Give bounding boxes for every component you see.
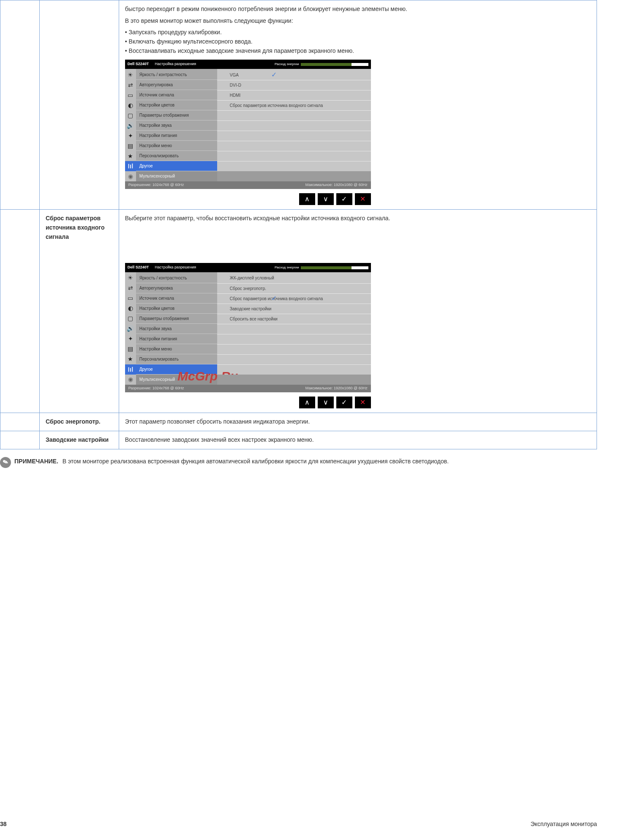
cell-icon (0, 210, 40, 413)
osd-cat-item[interactable]: Персонализировать (136, 354, 217, 364)
energy-icon[interactable]: ✦ (125, 334, 136, 344)
osd-cat-item[interactable]: Мультисенсорный (136, 171, 217, 181)
osd-value-item[interactable]: Сбросить все настройки (217, 314, 371, 324)
osd-cat-item[interactable]: Настройки меню (136, 344, 217, 354)
cell-label: Сброс энергопотр. (39, 413, 119, 431)
osd-cat-item[interactable]: Другое (136, 364, 217, 375)
touch-icon[interactable]: ◉ (125, 375, 136, 385)
feature-table: быстро переходит в режим пониженного пот… (0, 0, 597, 449)
osd-cat-item[interactable]: Настройки звука (136, 324, 217, 334)
nav-up-button[interactable]: ∧ (299, 397, 315, 408)
osd-cat-item[interactable]: Источник сигнала (136, 293, 217, 304)
cell-desc: быстро переходит в режим пониженного пот… (119, 0, 597, 210)
osd-value-item[interactable]: HDMI (217, 90, 371, 100)
note-block: ПРИМЕЧАНИЕ. В этом мониторе реализована … (0, 457, 607, 468)
personalize-icon[interactable]: ★ (125, 151, 136, 161)
energy-label: Расход энергии (275, 265, 299, 270)
osd-category-col: Яркость / контрастность Авторегулировка … (136, 272, 217, 385)
display-icon[interactable]: ▢ (125, 314, 136, 324)
nav-up-button[interactable]: ∧ (299, 193, 315, 205)
osd-value-item (217, 110, 371, 120)
menu-settings-icon[interactable]: ▤ (125, 141, 136, 151)
cell-label: Заводские настройки (39, 431, 119, 449)
osd-value-item (217, 171, 371, 181)
osd-cat-item[interactable]: Настройки меню (136, 141, 217, 151)
brightness-icon[interactable]: ☀ (125, 70, 136, 80)
osd-value-item[interactable]: DVI-D (217, 80, 371, 90)
osd-cat-item[interactable]: Другое (136, 161, 217, 171)
nav-down-button[interactable]: ∨ (318, 193, 334, 205)
osd-cat-item[interactable]: Яркость / контрастность (136, 273, 217, 283)
color-icon[interactable]: ◐ (125, 304, 136, 314)
osd-cat-item[interactable]: Настройки цветов (136, 304, 217, 314)
osd-value-item (217, 141, 371, 151)
auto-adjust-icon[interactable]: ⇄ (125, 283, 136, 293)
touch-icon[interactable]: ◉ (125, 171, 136, 181)
auto-adjust-icon[interactable]: ⇄ (125, 80, 136, 90)
max-resolution: Максимальное: 1920x1080 @ 60Hz (305, 386, 368, 391)
osd-value-item[interactable]: ✓Сброс параметров источника входного сиг… (217, 293, 371, 304)
osd-value-item[interactable]: Сброс параметров источника входного сигн… (217, 100, 371, 110)
menu-settings-icon[interactable]: ▤ (125, 344, 136, 354)
osd-cat-item[interactable]: Настройки питания (136, 334, 217, 344)
osd-cat-item[interactable]: Мультисенсорный (136, 375, 217, 385)
nav-ok-button[interactable]: ✓ (336, 397, 352, 408)
osd-value-item (217, 334, 371, 344)
osd-value-col: ЖК-дисплей условный Сброс энергопотр. ✓С… (217, 272, 371, 385)
osd-value-item (217, 375, 371, 385)
table-row: быстро переходит в режим пониженного пот… (0, 0, 597, 210)
osd-resolution-bar: Разрешение: 1024x768 @ 60Hz Максимальное… (125, 385, 371, 392)
osd-title: Настройка разрешения (155, 265, 196, 271)
nav-down-button[interactable]: ∨ (318, 397, 334, 408)
desc-paragraph: В это время монитор может выполнять след… (125, 16, 591, 26)
check-icon: ✓ (271, 70, 277, 80)
osd-cat-item[interactable]: Настройки питания (136, 131, 217, 141)
osd-cat-item[interactable]: Параметры отображения (136, 110, 217, 120)
nav-close-button[interactable]: ✕ (355, 397, 371, 408)
osd-cat-item[interactable]: Параметры отображения (136, 314, 217, 324)
cell-icon (0, 413, 40, 431)
osd-value-item[interactable]: Заводские настройки (217, 304, 371, 314)
brightness-icon[interactable]: ☀ (125, 273, 136, 283)
page: McGrp.Ru быстро переходит в режим пониже… (0, 0, 624, 840)
audio-icon[interactable]: 🔊 (125, 120, 136, 131)
osd-cat-item[interactable]: Настройки звука (136, 120, 217, 131)
osd-cat-item[interactable]: Настройки цветов (136, 100, 217, 110)
osd-panel: Dell S2240T Настройка разрешения Расход … (125, 60, 371, 189)
nav-close-button[interactable]: ✕ (355, 193, 371, 205)
svg-rect-1 (130, 165, 131, 169)
osd-cat-item[interactable]: Источник сигнала (136, 90, 217, 100)
note-text: ПРИМЕЧАНИЕ. В этом мониторе реализована … (14, 457, 449, 466)
energy-label: Расход энергии (275, 62, 299, 67)
osd-value-item (217, 344, 371, 354)
input-source-icon[interactable]: ▭ (125, 90, 136, 100)
desc-paragraph: Выберите этот параметр, чтобы восстанови… (125, 214, 591, 223)
osd-cat-item[interactable]: Авторегулировка (136, 283, 217, 293)
cell-desc: Этот параметр позволяет сбросить показан… (119, 413, 597, 431)
cell-desc: Восстановление заводских значений всех н… (119, 431, 597, 449)
other-icon[interactable] (125, 161, 136, 171)
osd-cat-item[interactable]: Яркость / контрастность (136, 70, 217, 80)
energy-icon[interactable]: ✦ (125, 131, 136, 141)
input-source-icon[interactable]: ▭ (125, 293, 136, 304)
osd-value-item (217, 354, 371, 364)
osd-value-item[interactable]: Сброс энергопотр. (217, 283, 371, 293)
table-row: Заводские настройки Восстановление завод… (0, 431, 597, 449)
osd-brand: Dell S2240T (128, 61, 149, 67)
current-resolution: Разрешение: 1024x768 @ 60Hz (128, 386, 184, 391)
osd-value-item[interactable]: ЖК-дисплей условный (217, 273, 371, 283)
osd-cat-item[interactable]: Авторегулировка (136, 80, 217, 90)
osd-value-item[interactable]: ✓VGA (217, 70, 371, 80)
energy-bar-empty (352, 63, 368, 66)
page-section: Эксплуатация монитора (531, 821, 597, 827)
osd-cat-item[interactable]: Персонализировать (136, 151, 217, 161)
personalize-icon[interactable]: ★ (125, 354, 136, 364)
other-icon[interactable] (125, 364, 136, 375)
energy-bar-empty (352, 266, 368, 269)
color-icon[interactable]: ◐ (125, 100, 136, 110)
cell-icon (0, 0, 40, 210)
osd-value-item (217, 324, 371, 334)
audio-icon[interactable]: 🔊 (125, 324, 136, 334)
display-icon[interactable]: ▢ (125, 110, 136, 120)
nav-ok-button[interactable]: ✓ (336, 193, 352, 205)
